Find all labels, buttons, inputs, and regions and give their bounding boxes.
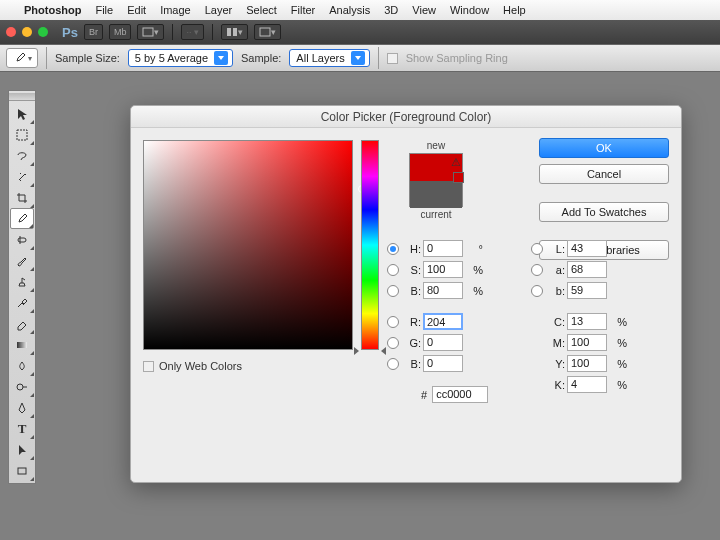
marquee-tool[interactable] [10,124,34,145]
show-sampling-ring-checkbox[interactable] [387,53,398,64]
pen-tool[interactable] [10,397,34,418]
a-radio[interactable] [531,264,543,276]
brush-tool[interactable] [10,250,34,271]
eraser-tool[interactable] [10,313,34,334]
arrange-docs-button[interactable]: ▾ [221,24,248,40]
c-label: C: [547,316,565,328]
maximize-window-button[interactable] [38,27,48,37]
b-input[interactable]: 59 [567,282,607,299]
l-input[interactable]: 43 [567,240,607,257]
l-radio[interactable] [531,243,543,255]
screen-mode-button[interactable]: ▾ [254,24,281,40]
color-preview: new current [391,140,481,222]
a-label: a: [547,264,565,276]
zoom-level-button[interactable]: ·· ▾ [181,24,204,40]
cancel-button[interactable]: Cancel [539,164,669,184]
k-input[interactable]: 4 [567,376,607,393]
y-input[interactable]: 100 [567,355,607,372]
hex-input[interactable]: cc0000 [432,386,488,403]
r-label: R: [403,316,421,328]
sample-size-label: Sample Size: [55,52,120,64]
svg-point-7 [17,384,23,390]
system-menubar: Photoshop File Edit Image Layer Select F… [0,0,720,20]
menu-file[interactable]: File [95,4,113,16]
g-input[interactable]: 0 [423,334,463,351]
hue-slider[interactable] [361,140,379,350]
menu-layer[interactable]: Layer [205,4,233,16]
menu-filter[interactable]: Filter [291,4,315,16]
g-radio[interactable] [387,337,399,349]
hue-slider-handle-left[interactable] [354,347,359,355]
minimize-window-button[interactable] [22,27,32,37]
dodge-tool[interactable] [10,376,34,397]
h-radio[interactable] [387,243,399,255]
dialog-title: Color Picker (Foreground Color) [131,106,681,128]
h-input[interactable]: 0 [423,240,463,257]
menu-image[interactable]: Image [160,4,191,16]
close-window-button[interactable] [6,27,16,37]
bv-radio[interactable] [387,285,399,297]
current-color-swatch[interactable] [410,181,462,208]
pct-unit: % [467,285,483,297]
menu-help[interactable]: Help [503,4,526,16]
menu-app[interactable]: Photoshop [24,4,81,16]
bv-input[interactable]: 80 [423,282,463,299]
magic-wand-tool[interactable] [10,166,34,187]
a-input[interactable]: 68 [567,261,607,278]
clone-stamp-tool[interactable] [10,271,34,292]
r-radio[interactable] [387,316,399,328]
gamut-warning-icon[interactable]: ⚠ [451,156,461,169]
path-selection-tool[interactable] [10,439,34,460]
type-tool[interactable]: T [10,418,34,439]
only-web-colors-checkbox[interactable] [143,361,154,372]
bb-radio[interactable] [387,358,399,370]
crop-tool[interactable] [10,187,34,208]
color-field[interactable] [143,140,353,350]
gradient-tool[interactable] [10,334,34,355]
menu-view[interactable]: View [412,4,436,16]
panel-grip[interactable] [9,93,35,101]
healing-brush-tool[interactable] [10,229,34,250]
s-input[interactable]: 100 [423,261,463,278]
hue-slider-handle-right[interactable] [381,347,386,355]
show-sampling-ring-label: Show Sampling Ring [406,52,508,64]
ok-button[interactable]: OK [539,138,669,158]
add-to-swatches-button[interactable]: Add To Swatches [539,202,669,222]
r-input[interactable]: 204 [423,313,463,330]
history-brush-tool[interactable] [10,292,34,313]
h-label: H: [403,243,421,255]
menu-select[interactable]: Select [246,4,277,16]
tool-preset-button[interactable]: ▾ [6,48,38,68]
b-radio[interactable] [531,285,543,297]
sample-select[interactable]: All Layers [289,49,369,67]
pct-unit: % [611,316,627,328]
menu-window[interactable]: Window [450,4,489,16]
tools-panel: T [8,90,36,484]
view-extras-button[interactable]: ▾ [137,24,164,40]
gamut-warning-swatch[interactable] [453,172,464,183]
menu-edit[interactable]: Edit [127,4,146,16]
m-input[interactable]: 100 [567,334,607,351]
pct-unit: % [611,379,627,391]
menu-analysis[interactable]: Analysis [329,4,370,16]
minibridge-button[interactable]: Mb [109,24,132,40]
s-radio[interactable] [387,264,399,276]
move-tool[interactable] [10,103,34,124]
rectangle-tool[interactable] [10,460,34,481]
blur-tool[interactable] [10,355,34,376]
g-label: G: [403,337,421,349]
lasso-tool[interactable] [10,145,34,166]
sample-label: Sample: [241,52,281,64]
bridge-button[interactable]: Br [84,24,103,40]
hex-label: # [421,389,427,401]
y-label: Y: [547,358,565,370]
bb-input[interactable]: 0 [423,355,463,372]
deg-unit: ° [467,243,483,255]
eyedropper-tool[interactable] [10,208,34,229]
current-label: current [391,209,481,220]
svg-rect-3 [260,28,270,36]
sample-size-select[interactable]: 5 by 5 Average [128,49,233,67]
c-input[interactable]: 13 [567,313,607,330]
lab-cmyk-fields: L:43 a:68 b:59 C:13% M:100% Y:100% K:4% [531,240,627,393]
menu-3d[interactable]: 3D [384,4,398,16]
